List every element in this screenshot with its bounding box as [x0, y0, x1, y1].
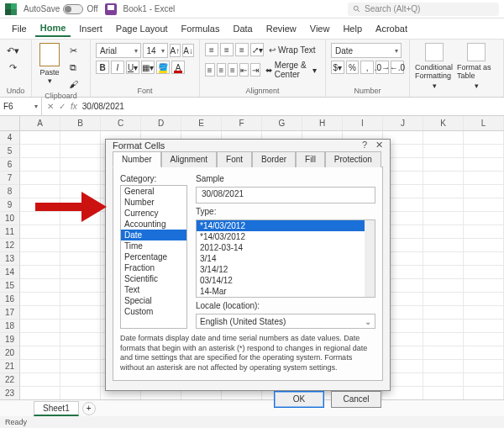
col-header[interactable]: G [262, 116, 302, 130]
cell[interactable] [60, 279, 101, 293]
row-header[interactable]: 22 [0, 373, 20, 387]
fill-color-button[interactable]: 🪣 [156, 61, 170, 74]
align-top-button[interactable]: ≡ [205, 43, 218, 56]
menu-page-layout[interactable]: Page Layout [111, 21, 173, 36]
align-center-button[interactable]: ≡ [217, 63, 227, 77]
increase-indent-button[interactable]: ⇥ [250, 63, 260, 77]
cell[interactable] [423, 185, 464, 198]
col-header[interactable]: H [302, 116, 343, 130]
increase-font-button[interactable]: A↑ [170, 44, 181, 57]
col-header[interactable]: L [464, 116, 504, 130]
formula-value[interactable]: 30/08/2021 [82, 102, 124, 111]
cell[interactable] [423, 333, 464, 346]
wrap-text-button[interactable]: ↩ Wrap Text [265, 44, 319, 56]
cell[interactable] [423, 306, 464, 320]
cell[interactable] [423, 158, 464, 172]
cell[interactable] [464, 172, 504, 185]
cell[interactable] [423, 293, 464, 306]
cell[interactable] [423, 320, 464, 333]
cell[interactable] [20, 346, 60, 360]
cell[interactable] [464, 145, 504, 158]
format-as-table-button[interactable]: Format as Table ▾ [457, 43, 496, 90]
comma-format-button[interactable]: , [360, 61, 374, 74]
cell[interactable] [60, 145, 101, 158]
row-header[interactable]: 7 [0, 172, 20, 185]
cell[interactable] [423, 131, 464, 145]
tab-protection[interactable]: Protection [325, 151, 381, 167]
cell[interactable] [20, 266, 60, 279]
cell[interactable] [20, 333, 60, 346]
cell[interactable] [60, 172, 101, 185]
cancel-button[interactable]: Cancel [331, 391, 381, 408]
cell[interactable] [423, 198, 464, 212]
bold-button[interactable]: B [96, 61, 109, 74]
type-item[interactable]: 3/14 [197, 253, 375, 264]
row-header[interactable]: 18 [0, 320, 20, 333]
col-header[interactable]: E [181, 116, 222, 130]
row-header[interactable]: 10 [0, 212, 20, 225]
cell[interactable] [464, 212, 504, 225]
cell[interactable] [20, 131, 60, 145]
cell[interactable] [60, 387, 101, 400]
add-sheet-button[interactable]: + [82, 402, 96, 415]
locale-select[interactable]: English (United States) [196, 314, 375, 329]
cell[interactable] [60, 346, 101, 360]
row-header[interactable]: 14 [0, 266, 20, 279]
type-list[interactable]: *14/03/2012*14/03/20122012-03-143/143/14… [196, 219, 375, 298]
cell[interactable] [423, 266, 464, 279]
cell[interactable] [464, 293, 504, 306]
ok-button[interactable]: OK [274, 391, 324, 408]
category-item[interactable]: Date [121, 230, 186, 240]
row-header[interactable]: 8 [0, 185, 20, 198]
cell[interactable] [20, 306, 60, 320]
cell[interactable] [464, 266, 504, 279]
row-header[interactable]: 15 [0, 279, 20, 293]
category-item[interactable]: Scientific [121, 273, 186, 284]
align-left-button[interactable]: ≡ [205, 63, 215, 77]
cell[interactable] [464, 185, 504, 198]
category-item[interactable]: Percentage [121, 251, 186, 262]
menu-formulas[interactable]: Formulas [176, 21, 225, 36]
enter-formula-icon[interactable]: ✓ [59, 102, 66, 111]
cell[interactable] [423, 279, 464, 293]
sheet-tab-1[interactable]: Sheet1 [34, 401, 79, 416]
cell[interactable] [464, 373, 504, 387]
cell[interactable] [20, 172, 60, 185]
align-right-button[interactable]: ≡ [228, 63, 238, 77]
underline-button[interactable]: U▾ [126, 61, 139, 74]
cell[interactable] [20, 252, 60, 266]
cell[interactable] [60, 360, 101, 373]
align-middle-button[interactable]: ≡ [220, 43, 234, 56]
cell[interactable] [464, 306, 504, 320]
col-header[interactable]: B [60, 116, 101, 130]
cell[interactable] [423, 387, 464, 400]
number-format-select[interactable]: Date [331, 43, 402, 58]
cell[interactable] [423, 145, 464, 158]
category-item[interactable]: Accounting [121, 219, 186, 230]
menu-view[interactable]: View [305, 21, 335, 36]
name-box[interactable]: F6 [0, 98, 42, 115]
cell[interactable] [464, 387, 504, 400]
cell[interactable] [464, 225, 504, 239]
col-header[interactable]: F [222, 116, 262, 130]
font-color-button[interactable]: A [171, 61, 185, 74]
accounting-format-button[interactable]: $▾ [331, 61, 344, 74]
fx-icon[interactable]: fx [71, 102, 77, 111]
type-item[interactable]: 2012-03-14 [197, 242, 375, 253]
menu-home[interactable]: Home [35, 20, 71, 37]
menu-insert[interactable]: Insert [74, 21, 108, 36]
tab-font[interactable]: Font [217, 151, 252, 167]
col-header[interactable]: K [423, 116, 464, 130]
cell[interactable] [423, 212, 464, 225]
cell[interactable] [60, 373, 101, 387]
cell[interactable] [464, 360, 504, 373]
category-item[interactable]: Currency [121, 208, 186, 219]
cell[interactable] [20, 320, 60, 333]
row-header[interactable]: 17 [0, 306, 20, 320]
type-item[interactable]: *14/03/2012 [197, 220, 375, 231]
category-item[interactable]: Text [121, 284, 186, 295]
cell[interactable] [423, 373, 464, 387]
category-list[interactable]: GeneralNumberCurrencyAccountingDateTimeP… [120, 185, 187, 329]
row-header[interactable]: 5 [0, 145, 20, 158]
merge-center-button[interactable]: ⬌ Merge & Center ▾ [262, 59, 320, 81]
